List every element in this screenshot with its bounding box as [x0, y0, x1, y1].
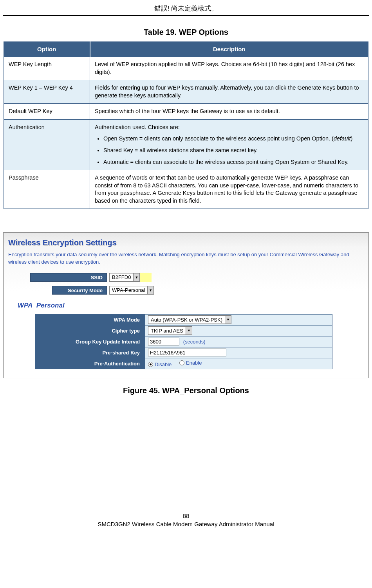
table-row: WEP Key Length Level of WEP encryption a… — [4, 57, 368, 80]
cipher-type-label: Cipher type — [35, 325, 145, 336]
wpa-mode-select[interactable]: Auto (WPA-PSK or WPA2-PSK) ▼ — [148, 315, 231, 324]
wpa-row: WPA Mode Auto (WPA-PSK or WPA2-PSK) ▼ — [35, 314, 332, 325]
cell-option: Passphrase — [4, 170, 90, 209]
pre-shared-key-label: Pre-shared Key — [35, 347, 145, 358]
wpa-mode-label: WPA Mode — [35, 314, 145, 325]
security-mode-value: WPA-Personal — [110, 287, 147, 293]
pre-auth-disable-radio[interactable]: Disable — [148, 361, 172, 367]
chevron-down-icon[interactable]: ▼ — [186, 327, 192, 334]
ssid-label: SSID — [30, 273, 107, 282]
manual-title: SMCD3GN2 Wireless Cable Modem Gateway Ad… — [0, 521, 372, 527]
chevron-down-icon[interactable]: ▼ — [225, 316, 231, 324]
list-item: Open System = clients can only associate… — [103, 135, 363, 143]
col-option: Option — [4, 42, 90, 57]
wpa-row: Group Key Update Interval (seconds) — [35, 336, 332, 347]
group-key-interval-label: Group Key Update Interval — [35, 336, 145, 347]
ssid-highlight — [140, 273, 152, 282]
radio-icon — [179, 360, 184, 365]
pre-auth-label: Pre-Authentication — [35, 358, 145, 369]
cell-desc: Level of WEP encryption applied to all W… — [90, 57, 368, 80]
radio-icon — [148, 362, 153, 367]
pre-auth-enable-radio[interactable]: Enable — [179, 360, 202, 366]
cell-option: WEP Key 1 – WEP Key 4 — [4, 80, 90, 104]
table-row: WEP Key 1 – WEP Key 4 Fields for enterin… — [4, 80, 368, 104]
wpa-mode-value: Auto (WPA-PSK or WPA2-PSK) — [148, 317, 225, 323]
cell-option: Default WEP Key — [4, 104, 90, 120]
table-row: Passphrase A sequence of words or text t… — [4, 170, 368, 209]
cell-desc: A sequence of words or text that can be … — [90, 170, 368, 209]
figure-caption: Figure 45. WPA_Personal Options — [0, 386, 372, 395]
col-description: Description — [90, 42, 368, 57]
header-error-text: 錯誤! 尚未定義樣式。 — [0, 0, 372, 15]
cell-desc: Fields for entering up to four WEP keys … — [90, 80, 368, 104]
radio-label: Enable — [186, 360, 202, 366]
wpa-settings-table: WPA Mode Auto (WPA-PSK or WPA2-PSK) ▼ Ci… — [35, 314, 332, 369]
group-key-interval-input[interactable] — [148, 338, 179, 345]
cell-desc: Specifies which of the four WEP keys the… — [90, 104, 368, 120]
header-divider — [3, 15, 369, 16]
ssid-row: SSID B2FFD0 ▼ — [8, 273, 364, 282]
table-title: Table 19. WEP Options — [0, 28, 372, 37]
cipher-type-value: TKIP and AES — [148, 328, 186, 334]
page-number: 88 — [0, 512, 372, 519]
list-item: Automatic = clients can associate to the… — [103, 158, 363, 166]
auth-intro: Authentication used. Choices are: — [95, 124, 180, 130]
cell-option: WEP Key Length — [4, 57, 90, 80]
table-row: Authentication Authentication used. Choi… — [4, 119, 368, 170]
list-item: Shared Key = all wireless stations share… — [103, 147, 363, 155]
chevron-down-icon[interactable]: ▼ — [133, 273, 139, 281]
wpa-subtitle: WPA_Personal — [18, 302, 364, 309]
figure-screenshot: Wireless Encryption Settings Encryption … — [3, 232, 369, 378]
radio-label: Disable — [155, 361, 172, 367]
cell-option: Authentication — [4, 119, 90, 170]
seconds-suffix: (seconds) — [183, 339, 206, 345]
wep-options-table: Option Description WEP Key Length Level … — [4, 41, 368, 209]
wpa-row: Pre-Authentication Disable Enable — [35, 358, 332, 369]
wpa-row: Cipher type TKIP and AES ▼ — [35, 325, 332, 336]
ssid-select[interactable]: B2FFD0 ▼ — [109, 273, 140, 282]
security-mode-row: Security Mode WPA-Personal ▼ — [8, 286, 364, 295]
table-row: Default WEP Key Specifies which of the f… — [4, 104, 368, 120]
cipher-type-select[interactable]: TKIP and AES ▼ — [148, 326, 192, 335]
security-mode-select[interactable]: WPA-Personal ▼ — [109, 286, 154, 295]
panel-description: Encryption transmits your data securely … — [8, 251, 364, 265]
ssid-value: B2FFD0 — [110, 274, 133, 280]
auth-bullet-list: Open System = clients can only associate… — [95, 135, 363, 166]
panel-title: Wireless Encryption Settings — [8, 238, 364, 247]
chevron-down-icon[interactable]: ▼ — [147, 286, 153, 294]
wpa-row: Pre-shared Key — [35, 347, 332, 358]
page-footer: 88 SMCD3GN2 Wireless Cable Modem Gateway… — [0, 512, 372, 532]
cell-desc: Authentication used. Choices are: Open S… — [90, 119, 368, 170]
pre-shared-key-input[interactable] — [148, 349, 226, 356]
security-mode-label: Security Mode — [52, 286, 107, 295]
